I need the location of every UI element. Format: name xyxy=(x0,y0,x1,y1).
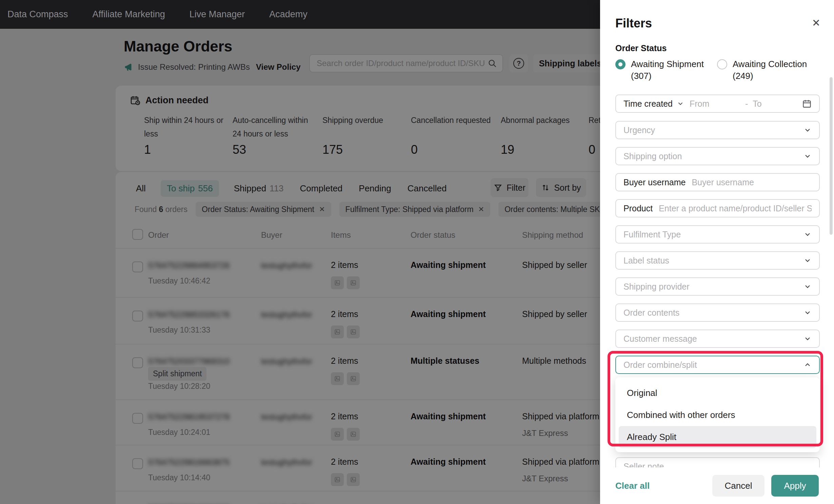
select-placeholder: Customer message xyxy=(623,334,697,344)
chevron-down-icon xyxy=(803,152,812,160)
date-to-field[interactable]: To xyxy=(753,99,761,109)
cancel-button[interactable]: Cancel xyxy=(712,475,764,497)
label-status-select[interactable]: Label status xyxy=(615,251,820,270)
order-status-section-label: Order Status xyxy=(615,43,667,53)
option-already-split[interactable]: Already Split xyxy=(619,426,816,448)
time-created-label: Time created xyxy=(623,99,673,109)
calendar-icon[interactable] xyxy=(802,99,812,108)
field-label: Product xyxy=(623,204,653,213)
chevron-up-icon xyxy=(803,361,812,369)
option-combined-with-other-orders[interactable]: Combined with other orders xyxy=(619,404,816,426)
chevron-down-icon xyxy=(803,256,812,265)
fulfilment-type-select[interactable]: Fulfilment Type xyxy=(615,225,820,244)
chevron-down-icon xyxy=(803,309,812,317)
close-icon[interactable]: ✕ xyxy=(812,17,820,29)
shipping-option-select[interactable]: Shipping option xyxy=(615,147,820,165)
chevron-down-icon xyxy=(803,282,812,291)
select-placeholder: Urgency xyxy=(623,125,655,135)
urgency-select[interactable]: Urgency xyxy=(615,121,820,139)
chevron-down-icon xyxy=(803,335,812,343)
option-original[interactable]: Original xyxy=(619,382,816,404)
customer-message-select[interactable]: Customer message xyxy=(615,330,820,348)
select-placeholder: Order combine/split xyxy=(623,360,697,370)
select-placeholder: Order contents xyxy=(623,308,679,318)
radio-awaiting-collection[interactable]: Awaiting Collection(249) xyxy=(717,58,819,82)
radio-selected-icon xyxy=(615,59,626,69)
buyer-username-field[interactable]: Buyer username xyxy=(615,173,820,191)
select-placeholder: Shipping option xyxy=(623,151,682,161)
combine-split-dropdown: Original Combined with other orders Alre… xyxy=(615,377,820,452)
order-status-radio-group: Awaiting Shipment(307) Awaiting Collecti… xyxy=(615,58,819,82)
order-contents-select[interactable]: Order contents xyxy=(615,303,820,322)
apply-button[interactable]: Apply xyxy=(771,475,819,497)
select-placeholder: Fulfilment Type xyxy=(623,230,681,239)
date-dash: - xyxy=(745,99,748,109)
chevron-down-icon xyxy=(803,230,812,238)
select-placeholder: Shipping provider xyxy=(623,282,690,292)
radio-awaiting-shipment[interactable]: Awaiting Shipment(307) xyxy=(615,58,717,82)
filters-panel: Filters ✕ Order Status Awaiting Shipment… xyxy=(600,0,834,504)
product-input[interactable] xyxy=(659,204,812,213)
filters-footer: Clear all Cancel Apply xyxy=(600,467,834,504)
panel-clear-all-link[interactable]: Clear all xyxy=(615,481,650,491)
product-field[interactable]: Product xyxy=(615,199,820,217)
shipping-provider-select[interactable]: Shipping provider xyxy=(615,277,820,296)
chevron-down-icon xyxy=(677,100,684,107)
radio-label: Awaiting Collection(249) xyxy=(733,58,807,82)
seller-center-screen: Data Compass Affiliate Marketing Live Ma… xyxy=(0,0,834,504)
panel-scrollbar[interactable] xyxy=(830,77,833,235)
buyer-username-input[interactable] xyxy=(692,177,812,187)
select-placeholder: Label status xyxy=(623,256,669,266)
radio-unselected-icon xyxy=(717,59,727,69)
radio-label: Awaiting Shipment(307) xyxy=(631,58,704,82)
modal-backdrop[interactable] xyxy=(0,29,600,504)
time-created-filter[interactable]: Time created From - To xyxy=(615,94,820,113)
field-label: Buyer username xyxy=(623,177,686,187)
filters-panel-title: Filters xyxy=(615,16,652,30)
order-combine-split-select[interactable]: Order combine/split xyxy=(615,356,820,374)
date-from-field[interactable]: From xyxy=(690,99,740,109)
chevron-down-icon xyxy=(803,126,812,134)
